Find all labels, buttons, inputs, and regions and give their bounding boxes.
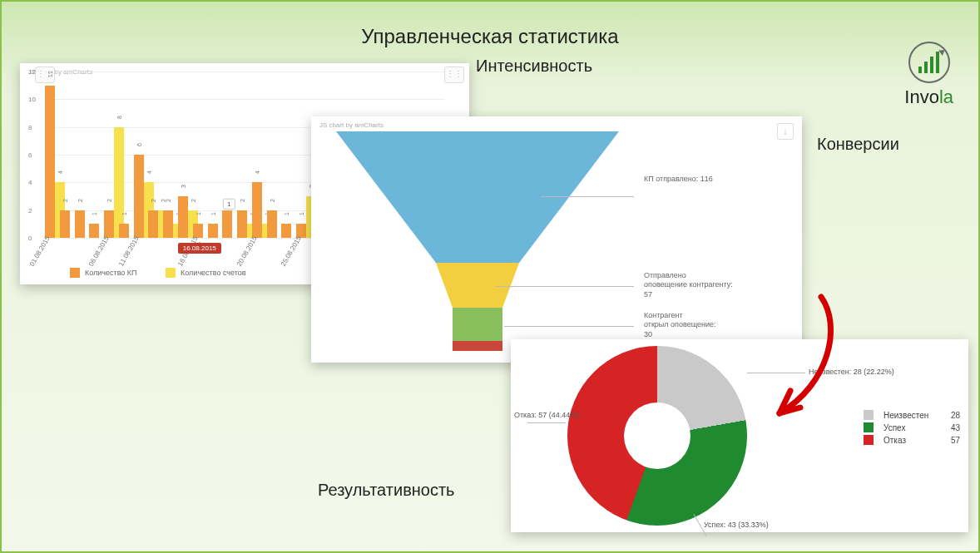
svg-marker-0 (336, 131, 619, 263)
result-chart-panel: Неизвестен: 28 (22.22%) Успех: 43 (33.33… (511, 339, 968, 532)
donut-chart-area[interactable] (567, 346, 747, 526)
amcharts-credit-2: JS chart by amCharts (311, 116, 802, 129)
legend-value-success: 43 (951, 423, 960, 432)
logo-text: Invo (904, 86, 939, 107)
download-icon[interactable]: ↓ (777, 123, 794, 140)
legend-swatch-kp-icon (70, 268, 80, 278)
funnel-leader-line (504, 326, 634, 327)
legend-swatch-reject-icon (864, 435, 874, 445)
legend-swatch-bills-icon (166, 268, 176, 278)
invola-logo: Invola (904, 42, 953, 108)
legend-label-unknown: Неизвестен (883, 411, 928, 420)
svg-marker-1 (436, 263, 519, 308)
range-handle-right[interactable]: ⋮⋮ (444, 67, 464, 83)
legend-label-bills: Количество счетов (181, 269, 245, 277)
donut-leader-line (527, 422, 566, 423)
funnel-stage-2-label: Отправлено оповещение контрагенту: 57 (644, 271, 733, 299)
legend-label-reject: Отказ (883, 436, 906, 445)
legend-value-reject: 57 (951, 436, 960, 445)
section-label-intensity: Интенсивность (476, 57, 592, 76)
page-title: Управленческая статистика (2, 25, 978, 48)
legend-label-kp: Количество КП (85, 269, 137, 277)
section-label-result: Результативность (318, 481, 455, 500)
funnel-leader-line (496, 286, 634, 287)
donut-leader-line (747, 373, 805, 373)
bar-chart-legend: Количество КП Количество счетов (70, 268, 273, 279)
legend-label-success: Успех (883, 423, 905, 432)
legend-swatch-success-icon (864, 422, 874, 432)
funnel-chart-area[interactable] (336, 131, 619, 353)
funnel-stage-3-label: Контрагент открыл оповещение: 30 (644, 311, 715, 339)
legend-swatch-unknown-icon (864, 410, 874, 420)
slide-root: Управленческая статистика Интенсивность … (0, 0, 980, 553)
logo-mark-icon (908, 42, 950, 83)
logo-text-accent: la (939, 86, 953, 107)
funnel-stage-1-label: КП отправлено: 116 (644, 175, 713, 184)
bar-chart-tooltip: 16.08.2015 (178, 243, 221, 254)
svg-rect-2 (453, 308, 502, 341)
donut-label-unknown: Неизвестен: 28 (22.22%) (809, 368, 894, 376)
section-label-conversions: Конверсии (817, 135, 899, 154)
funnel-leader-line (541, 196, 634, 197)
funnel-chart-panel: JS chart by amCharts ↓ КП отправлено: 11… (311, 116, 802, 363)
legend-value-unknown: 28 (951, 411, 960, 420)
donut-label-success: Успех: 43 (33.33%) (704, 521, 769, 529)
bar-chart-value-balloon: 1 (223, 198, 235, 209)
svg-rect-3 (453, 341, 502, 351)
donut-label-reject: Отказ: 57 (44.44%) (514, 411, 579, 419)
donut-legend: Неизвестен28 Успех43 Отказ57 (864, 407, 960, 447)
